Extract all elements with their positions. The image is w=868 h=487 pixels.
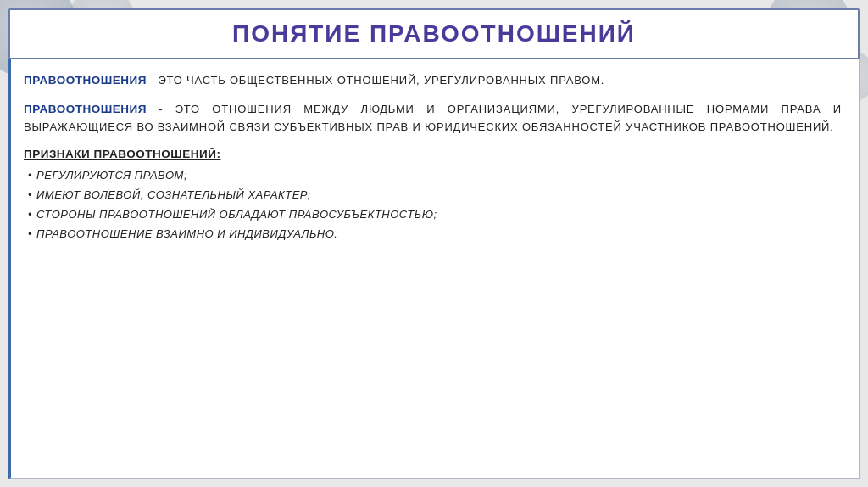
- definition-text-1: ЭТО ЧАСТЬ ОБЩЕСТВЕННЫХ ОТНОШЕНИЙ, УРЕГУЛ…: [158, 74, 604, 87]
- sign-item-3: •СТОРОНЫ ПРАВООТНОШЕНИЙ ОБЛАДАЮТ ПРАВОСУ…: [24, 208, 842, 221]
- definition-1: ПРАВООТНОШЕНИЯ - ЭТО ЧАСТЬ ОБЩЕСТВЕННЫХ …: [24, 72, 842, 89]
- sign-text-4: ПРАВООТНОШЕНИЕ ВЗАИМНО И ИНДИВИДУАЛЬНО.: [36, 227, 337, 240]
- sign-item-1: •РЕГУЛИРУЮТСЯ ПРАВОМ;: [24, 169, 842, 182]
- bullet-1: •: [28, 169, 32, 182]
- separator-2: -: [147, 103, 175, 115]
- bullet-4: •: [28, 227, 32, 240]
- content-section: ПРАВООТНОШЕНИЯ - ЭТО ЧАСТЬ ОБЩЕСТВЕННЫХ …: [8, 59, 860, 479]
- bullet-2: •: [28, 188, 32, 201]
- main-container: ПОНЯТИЕ ПРАВООТНОШЕНИЙ ПРАВООТНОШЕНИЯ - …: [0, 0, 868, 487]
- bullet-3: •: [28, 208, 32, 221]
- separator-1: -: [147, 74, 159, 87]
- definition-2: ПРАВООТНОШЕНИЯ - ЭТО ОТНОШЕНИЯ МЕЖДУ ЛЮД…: [24, 101, 842, 136]
- sign-text-3: СТОРОНЫ ПРАВООТНОШЕНИЙ ОБЛАДАЮТ ПРАВОСУБ…: [36, 208, 437, 221]
- sign-item-4: •ПРАВООТНОШЕНИЕ ВЗАИМНО И ИНДИВИДУАЛЬНО.: [24, 227, 842, 240]
- sign-text-1: РЕГУЛИРУЮТСЯ ПРАВОМ;: [36, 169, 187, 182]
- term-1: ПРАВООТНОШЕНИЯ: [24, 74, 147, 87]
- sign-text-2: ИМЕЮТ ВОЛЕВОЙ, СОЗНАТЕЛЬНЫЙ ХАРАКТЕР;: [36, 188, 311, 201]
- signs-header: ПРИЗНАКИ ПРАВООТНОШЕНИЙ:: [24, 148, 842, 160]
- term-2: ПРАВООТНОШЕНИЯ: [24, 103, 147, 115]
- page-title: ПОНЯТИЕ ПРАВООТНОШЕНИЙ: [27, 20, 841, 48]
- title-section: ПОНЯТИЕ ПРАВООТНОШЕНИЙ: [8, 8, 860, 59]
- sign-item-2: •ИМЕЮТ ВОЛЕВОЙ, СОЗНАТЕЛЬНЫЙ ХАРАКТЕР;: [24, 188, 842, 201]
